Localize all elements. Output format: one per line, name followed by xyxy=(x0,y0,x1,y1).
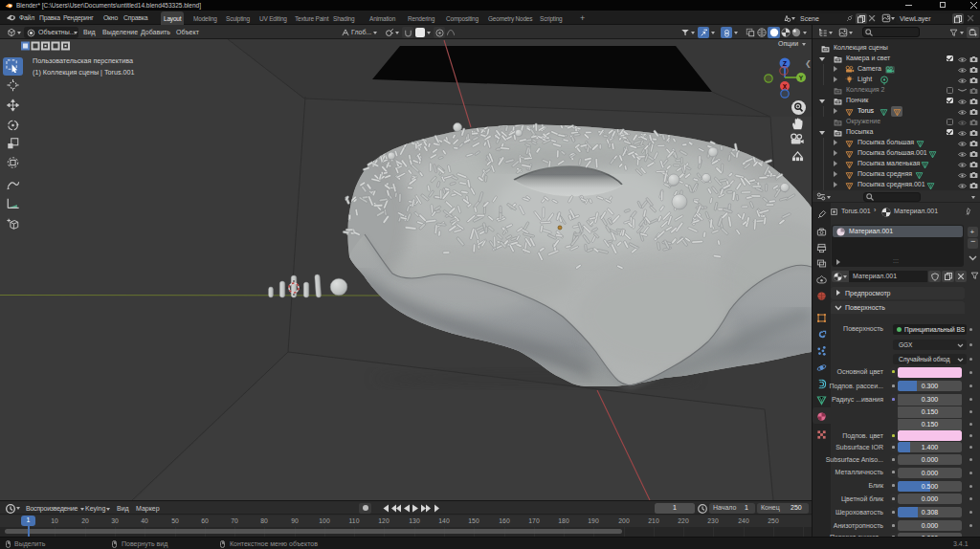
svg-text:Y: Y xyxy=(799,75,804,81)
svg-text:Z: Z xyxy=(783,60,788,67)
svg-text:X: X xyxy=(783,83,788,90)
